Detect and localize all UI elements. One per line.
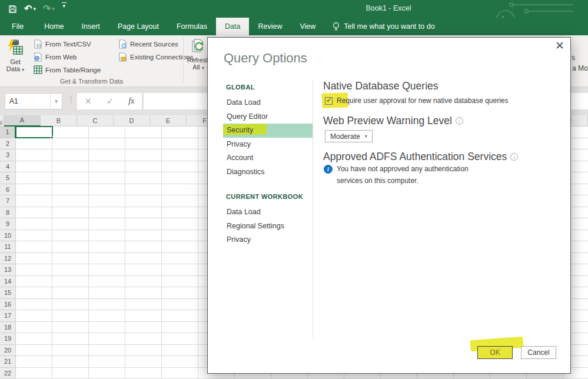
tab-review[interactable]: Review (249, 18, 291, 35)
cell-B20[interactable] (52, 345, 89, 357)
row-header-6[interactable]: 6 (0, 184, 16, 196)
cell-D12[interactable] (125, 253, 162, 265)
cell-E6[interactable] (162, 184, 198, 196)
cell-C16[interactable] (89, 299, 125, 311)
cell-E11[interactable] (162, 241, 198, 253)
cell-D16[interactable] (125, 299, 162, 311)
tab-formulas[interactable]: Formulas (168, 18, 216, 35)
cell-D8[interactable] (125, 207, 162, 219)
column-header-E[interactable]: E (150, 115, 187, 127)
undo-caret-icon[interactable]: ▾ (33, 6, 36, 12)
cell-A4[interactable] (16, 161, 52, 173)
ok-button[interactable]: OK (477, 346, 513, 359)
tab-home[interactable]: Home (35, 18, 72, 35)
name-box[interactable]: A1 ▾ (5, 93, 62, 109)
cell-A10[interactable] (16, 230, 52, 242)
row-header-14[interactable]: 14 (0, 276, 16, 288)
nav-item-diagnostics[interactable]: Diagnostics (223, 165, 313, 179)
cell-C19[interactable] (89, 333, 125, 345)
cell-C20[interactable] (89, 345, 125, 357)
cell-E10[interactable] (162, 230, 198, 242)
cell-B1[interactable] (52, 127, 89, 138)
tab-page-layout[interactable]: Page Layout (109, 18, 168, 35)
cell-A16[interactable] (16, 299, 52, 311)
cell-D21[interactable] (125, 356, 162, 368)
cell-D9[interactable] (125, 218, 162, 230)
row-header-11[interactable]: 11 (0, 241, 16, 253)
column-header-D[interactable]: D (114, 115, 150, 127)
enter-entry-icon[interactable]: ✓ (107, 97, 114, 106)
cell-E16[interactable] (162, 299, 198, 311)
cell-C10[interactable] (89, 230, 125, 242)
cell-C7[interactable] (89, 195, 125, 207)
tell-me-box[interactable]: Tell me what you want to do (333, 18, 434, 35)
row-header-2[interactable]: 2 (0, 138, 16, 150)
cell-A20[interactable] (16, 345, 52, 357)
cell-A12[interactable] (16, 253, 52, 265)
cell-B4[interactable] (52, 161, 89, 173)
cell-B15[interactable] (52, 287, 89, 299)
row-header-19[interactable]: 19 (0, 333, 16, 345)
row-header-7[interactable]: 7 (0, 195, 16, 207)
cell-D1[interactable] (125, 127, 162, 138)
cell-C12[interactable] (89, 253, 125, 265)
cell-E21[interactable] (162, 356, 198, 368)
row-header-10[interactable]: 10 (0, 230, 16, 242)
cell-C21[interactable] (89, 356, 125, 368)
cancel-entry-icon[interactable]: ✕ (85, 97, 92, 106)
row-header-17[interactable]: 17 (0, 310, 16, 322)
cell-B5[interactable] (52, 172, 89, 184)
redo-button[interactable]: ↷ ▾ (43, 2, 55, 15)
cell-C9[interactable] (89, 218, 125, 230)
row-header-21[interactable]: 21 (0, 356, 16, 368)
row-header-8[interactable]: 8 (0, 207, 16, 219)
cell-D14[interactable] (125, 276, 162, 288)
select-all-corner[interactable] (0, 115, 4, 127)
cell-B9[interactable] (52, 218, 89, 230)
tab-insert[interactable]: Insert (73, 18, 109, 35)
warning-level-dropdown[interactable]: Moderate ▾ (325, 130, 373, 142)
cell-D6[interactable] (125, 184, 162, 196)
row-header-3[interactable]: 3 (0, 149, 16, 161)
cell-C14[interactable] (89, 276, 125, 288)
cell-C6[interactable] (89, 184, 125, 196)
cell-E22[interactable] (162, 368, 198, 379)
cell-D17[interactable] (125, 310, 162, 322)
cell-A2[interactable] (16, 138, 52, 150)
row-header-13[interactable]: 13 (0, 264, 16, 276)
nav-item-regional-settings[interactable]: Regional Settings (223, 220, 313, 234)
tab-data[interactable]: Data (216, 18, 249, 35)
cell-E13[interactable] (162, 264, 198, 276)
cell-A22[interactable] (16, 368, 52, 379)
cell-B7[interactable] (52, 195, 89, 207)
cell-C2[interactable] (89, 138, 125, 150)
cell-B22[interactable] (52, 368, 89, 379)
cell-B16[interactable] (52, 299, 89, 311)
cell-E14[interactable] (162, 276, 198, 288)
cell-D5[interactable] (125, 172, 162, 184)
cell-D11[interactable] (125, 241, 162, 253)
cancel-button[interactable]: Cancel (521, 346, 556, 359)
info-icon[interactable]: i (456, 117, 463, 125)
cell-D3[interactable] (125, 149, 162, 161)
cell-B13[interactable] (52, 264, 89, 276)
close-icon[interactable]: ✕ (555, 39, 564, 52)
row-header-18[interactable]: 18 (0, 322, 16, 334)
cell-E8[interactable] (162, 207, 198, 219)
cell-E18[interactable] (162, 322, 198, 334)
cell-E20[interactable] (162, 345, 198, 357)
nav-item-query-editor[interactable]: Query Editor (223, 110, 313, 124)
cell-A18[interactable] (16, 322, 52, 334)
cell-C1[interactable] (89, 127, 125, 138)
cell-E7[interactable] (162, 195, 198, 207)
cell-D20[interactable] (125, 345, 162, 357)
cell-C15[interactable] (89, 287, 125, 299)
cell-A8[interactable] (16, 207, 52, 219)
cell-E1[interactable] (162, 127, 198, 138)
cell-D13[interactable] (125, 264, 162, 276)
undo-button[interactable]: ↶ ▾ (24, 2, 36, 15)
tab-file[interactable]: File (0, 18, 35, 35)
cell-C11[interactable] (89, 241, 125, 253)
cell-B21[interactable] (52, 356, 89, 368)
cell-B14[interactable] (52, 276, 89, 288)
